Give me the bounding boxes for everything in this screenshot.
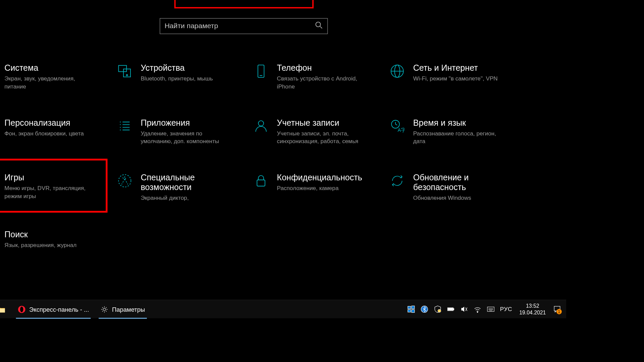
notification-badge: 1 (556, 309, 562, 314)
taskbar-app-settings[interactable]: Параметры (96, 300, 149, 318)
svg-point-46 (103, 308, 106, 310)
category-subtitle: Wi-Fi, режим "в самолете", VPN (413, 75, 498, 82)
tray-keyboard-icon[interactable] (487, 305, 495, 313)
svg-rect-55 (453, 308, 454, 310)
category-phone[interactable]: ТелефонСвязать устройство с Android, iPh… (252, 61, 385, 92)
svg-rect-43 (0, 308, 5, 312)
tray-language[interactable]: РУС (500, 306, 512, 313)
svg-rect-48 (412, 306, 415, 309)
category-label: Игры (4, 173, 97, 183)
time-language-icon: A字 (389, 118, 405, 134)
settings-grid: СистемаЭкран, звук, уведомления, питание… (0, 61, 511, 251)
system-tray: ! РУС 13:52 19.04.2021 1 (407, 303, 564, 316)
category-label: Учетные записи (277, 118, 370, 128)
tray-volume-icon[interactable] (460, 305, 468, 313)
tray-wifi-icon[interactable] (474, 305, 482, 313)
category-label: Время и язык (413, 118, 506, 128)
tray-date: 19.04.2021 (519, 309, 546, 316)
svg-rect-50 (412, 310, 415, 313)
category-ease-of-access[interactable]: Специальные возможностиЭкранный диктор, (116, 171, 249, 204)
category-subtitle: Экранный диктор, (141, 194, 233, 202)
category-label: Система (4, 63, 97, 73)
gear-icon (101, 305, 109, 313)
network-icon (389, 63, 405, 79)
category-apps[interactable]: ПриложенияУдаление, значения по умолчани… (116, 116, 249, 147)
tray-security-icon[interactable]: ! (434, 305, 442, 313)
search-input[interactable] (165, 22, 315, 30)
category-subtitle: Язык, разрешения, журнал (4, 241, 76, 249)
apps-icon (117, 118, 132, 134)
taskbar-app-label: Экспресс-панель - ... (29, 306, 89, 313)
category-subtitle: Bluetooth, принтеры, мышь (141, 75, 213, 82)
category-privacy[interactable]: КонфиденциальностьРасположение, камера (252, 171, 385, 204)
category-label: Персонализация (4, 118, 84, 128)
category-time-language[interactable]: A字 Время и языкРаспознавание голоса, рег… (388, 116, 521, 147)
tray-bluetooth-icon[interactable] (420, 305, 428, 313)
svg-point-24 (258, 121, 264, 126)
category-subtitle: Учетные записи, эл. почта, синхронизация… (277, 130, 370, 145)
category-network[interactable]: Сеть и ИнтернетWi-Fi, режим "в самолете"… (388, 61, 521, 92)
svg-rect-31 (257, 180, 265, 186)
opera-icon (18, 305, 26, 313)
privacy-icon (253, 173, 269, 189)
phone-icon (253, 63, 269, 79)
taskbar: Экспресс-панель - ... Параметры ! РУС 13… (0, 300, 566, 318)
category-subtitle: Удаление, значения по умолчанию, доп. ко… (141, 130, 233, 145)
category-subtitle: Связать устройство с Android, iPhone (277, 75, 370, 90)
svg-point-59 (477, 312, 478, 312)
category-subtitle: Экран, звук, уведомления, питание (4, 75, 97, 90)
category-label: Приложения (141, 118, 233, 128)
tray-windows-update-icon[interactable] (407, 305, 415, 313)
taskbar-app-opera[interactable]: Экспресс-панель - ... (13, 300, 94, 318)
tray-battery-icon[interactable] (447, 305, 455, 313)
category-subtitle: Распознавание голоса, регион, дата (413, 130, 506, 145)
ease-of-access-icon (117, 173, 132, 189)
category-label: Поиск (4, 230, 76, 239)
category-gaming[interactable]: ИгрыМеню игры, DVR, трансляция, режим иг… (0, 171, 112, 204)
category-accounts[interactable]: Учетные записиУчетные записи, эл. почта,… (252, 116, 385, 147)
tray-clock[interactable]: 13:52 19.04.2021 (518, 303, 548, 316)
svg-line-4 (320, 26, 322, 28)
category-system[interactable]: СистемаЭкран, звук, уведомления, питание (0, 61, 112, 92)
devices-icon (117, 63, 132, 79)
category-label: Телефон (277, 63, 370, 73)
taskbar-app-label: Параметры (112, 306, 145, 313)
folder-icon (0, 305, 5, 313)
category-label: Устройства (141, 63, 213, 73)
svg-point-45 (20, 306, 23, 312)
svg-point-3 (316, 22, 320, 27)
svg-rect-49 (408, 310, 411, 312)
category-label: Обновление и безопасность (413, 173, 506, 192)
svg-rect-7 (118, 65, 126, 71)
category-subtitle: Расположение, камера (277, 184, 362, 192)
tray-notifications-icon[interactable]: 1 (553, 305, 561, 313)
category-update-security[interactable]: Обновление и безопасностьОбновления Wind… (388, 171, 521, 204)
svg-line-27 (395, 124, 397, 125)
page-title-highlight: Параметры Windows (174, 0, 314, 8)
accounts-icon (253, 118, 269, 134)
search-box[interactable] (160, 18, 328, 34)
category-search[interactable]: ПоискЯзык, разрешения, журнал (0, 228, 112, 251)
category-label: Конфиденциальность (277, 173, 362, 183)
category-devices[interactable]: УстройстваBluetooth, принтеры, мышь (116, 61, 249, 92)
search-icon (315, 21, 323, 31)
tray-time: 13:52 (526, 303, 539, 309)
update-security-icon (389, 173, 405, 189)
svg-rect-47 (408, 306, 411, 309)
svg-text:A字: A字 (398, 127, 405, 133)
category-label: Сеть и Интернет (413, 63, 498, 73)
file-explorer-button[interactable] (0, 300, 11, 318)
category-label: Специальные возможности (141, 173, 233, 192)
category-subtitle: Фон, экран блокировки, цвета (4, 130, 84, 137)
category-personalization[interactable]: ПерсонализацияФон, экран блокировки, цве… (0, 116, 112, 147)
category-subtitle: Меню игры, DVR, трансляция, режим игры (4, 184, 97, 200)
svg-text:!: ! (439, 310, 440, 312)
svg-rect-56 (448, 308, 453, 310)
svg-point-9 (126, 74, 128, 76)
category-subtitle: Обновления Windows (413, 194, 506, 202)
